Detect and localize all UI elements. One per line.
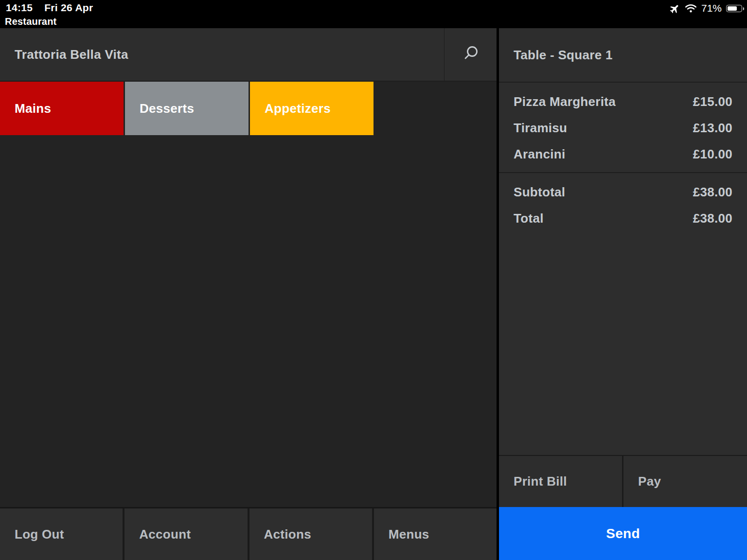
pay-button[interactable]: Pay — [623, 456, 747, 507]
order-actions: Print Bill Pay — [499, 455, 747, 507]
battery-icon — [726, 5, 742, 12]
total-amount: £38.00 — [693, 211, 732, 226]
print-bill-button[interactable]: Print Bill — [499, 456, 622, 507]
search-button[interactable] — [444, 28, 497, 81]
order-panel: Table - Square 1 Pizza Margherita £15.00… — [499, 28, 747, 560]
table-title: Table - Square 1 — [499, 28, 747, 83]
bottom-nav-bar: Log Out Account Actions Menus — [0, 508, 497, 560]
subtotal-label: Subtotal — [514, 185, 565, 200]
category-label: Mains — [15, 101, 51, 116]
item-name: Arancini — [514, 147, 565, 162]
item-price: £15.00 — [693, 94, 732, 109]
send-button[interactable]: Send — [499, 507, 747, 560]
subtotal-amount: £38.00 — [693, 185, 732, 200]
logout-button[interactable]: Log Out — [0, 508, 123, 560]
menu-canvas: Mains Desserts Appetizers — [0, 82, 497, 507]
status-app-name: Restaurant — [5, 16, 56, 27]
item-price: £10.00 — [693, 147, 732, 162]
order-item-row[interactable]: Tiramisu £13.00 — [499, 115, 747, 141]
order-item-row[interactable]: Arancini £10.00 — [499, 141, 747, 167]
status-time-date: 14:15 Fri 26 Apr — [6, 2, 93, 14]
category-label: Appetizers — [265, 101, 331, 116]
main-area: Trattoria Bella Vita Mains — [0, 28, 747, 560]
total-label: Total — [514, 211, 544, 226]
status-time: 14:15 — [6, 2, 33, 14]
category-tabs: Mains Desserts Appetizers — [0, 82, 497, 135]
battery-level-fill — [728, 6, 737, 11]
menus-button[interactable]: Menus — [374, 508, 497, 560]
item-name: Tiramisu — [514, 121, 567, 136]
total-row: Total £38.00 — [499, 205, 747, 231]
status-date: Fri 26 Apr — [44, 2, 93, 14]
status-indicators: 71% — [670, 2, 742, 14]
category-tile-desserts[interactable]: Desserts — [125, 82, 249, 135]
item-price: £13.00 — [693, 121, 732, 136]
order-item-row[interactable]: Pizza Margherita £15.00 — [499, 88, 747, 115]
category-tile-appetizers[interactable]: Appetizers — [250, 82, 374, 135]
order-totals: Subtotal £38.00 Total £38.00 — [499, 173, 747, 231]
item-name: Pizza Margherita — [514, 94, 616, 109]
venue-header: Trattoria Bella Vita — [0, 28, 497, 82]
venue-title: Trattoria Bella Vita — [0, 28, 444, 81]
wifi-icon — [685, 4, 697, 13]
category-tile-mains[interactable]: Mains — [0, 82, 124, 135]
subtotal-row: Subtotal £38.00 — [499, 179, 747, 205]
actions-button[interactable]: Actions — [249, 508, 372, 560]
status-bar: 14:15 Fri 26 Apr Restaurant 71% — [0, 0, 747, 28]
account-button[interactable]: Account — [124, 508, 247, 560]
menu-section: Trattoria Bella Vita Mains — [0, 28, 497, 560]
pos-app-screen: 14:15 Fri 26 Apr Restaurant 71% — [0, 0, 747, 560]
order-item-list: Pizza Margherita £15.00 Tiramisu £13.00 … — [499, 83, 747, 167]
airplane-mode-icon — [670, 3, 680, 14]
magnifier-icon — [462, 44, 480, 65]
battery-nub — [743, 7, 745, 10]
battery-percent: 71% — [701, 2, 722, 14]
order-panel-spacer — [499, 231, 747, 455]
category-label: Desserts — [140, 101, 194, 116]
